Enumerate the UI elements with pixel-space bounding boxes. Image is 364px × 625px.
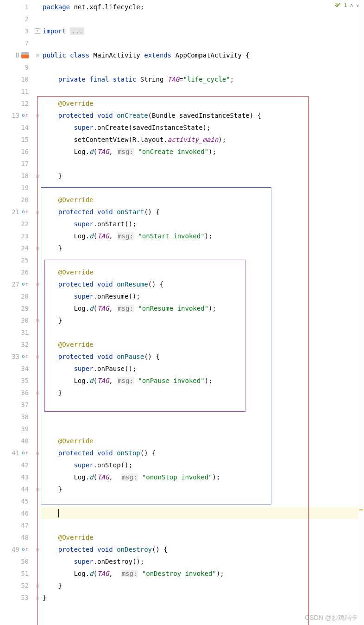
- code-line[interactable]: super.onStart();: [41, 218, 364, 230]
- code-line[interactable]: protected void onStop() {: [41, 447, 364, 459]
- line-number: 39: [19, 423, 29, 435]
- code-body[interactable]: package net.xqf.lifecycle; import ... pu…: [41, 0, 364, 625]
- code-line[interactable]: Log.d(TAG, msg: "onCreate invoked");: [41, 146, 364, 158]
- code-line[interactable]: }: [41, 387, 364, 399]
- line-number: 26: [19, 266, 29, 278]
- line-number: 46: [19, 507, 29, 519]
- line-number: 34: [19, 363, 29, 375]
- override-icon[interactable]: o↑: [21, 449, 29, 457]
- code-line[interactable]: [41, 326, 364, 338]
- line-number: 37: [19, 399, 29, 411]
- code-line[interactable]: @Override: [41, 97, 364, 109]
- code-editor[interactable]: 1 2 3 7 8 9 10 11 12 13o↑ 14 15 16 17 18…: [0, 0, 364, 625]
- override-icon[interactable]: o↑: [21, 112, 29, 119]
- code-line[interactable]: [41, 37, 364, 49]
- line-number: 51: [19, 568, 29, 580]
- code-line[interactable]: }: [41, 170, 364, 182]
- code-line[interactable]: super.onDestroy();: [41, 555, 364, 568]
- code-line[interactable]: [41, 423, 364, 435]
- code-line[interactable]: [41, 182, 364, 194]
- code-line[interactable]: [41, 85, 364, 97]
- code-line[interactable]: public class MainActivity extends AppCom…: [41, 49, 364, 61]
- line-number: 18: [19, 170, 29, 182]
- line-number: 20: [19, 194, 29, 206]
- code-line[interactable]: [41, 61, 364, 73]
- inlay-hint: msg:: [121, 473, 138, 481]
- line-number: 22: [19, 218, 29, 230]
- code-line[interactable]: @Override: [41, 531, 364, 543]
- override-icon[interactable]: o↑: [21, 353, 29, 360]
- code-line[interactable]: protected void onDestroy() {: [41, 543, 364, 555]
- code-line[interactable]: @Override: [41, 194, 364, 206]
- fold-toggle-icon[interactable]: ⊟: [36, 52, 39, 58]
- fold-expand-icon[interactable]: +: [35, 28, 40, 34]
- code-line[interactable]: [41, 399, 364, 411]
- code-line[interactable]: protected void onStart() {: [41, 206, 364, 218]
- code-line[interactable]: Log.d(TAG, msg: "onStart invoked");: [41, 230, 364, 242]
- line-number: 41: [9, 447, 19, 459]
- line-number: 11: [19, 85, 29, 97]
- inspection-indicator[interactable]: 1 ∧ ∨: [334, 2, 359, 8]
- watermark: CSDN @炒鸡玛卡: [305, 614, 358, 622]
- code-line[interactable]: import ...: [41, 25, 364, 37]
- code-line[interactable]: private final static String TAG="life_cy…: [41, 73, 364, 85]
- code-line[interactable]: protected void onResume() {: [41, 278, 364, 290]
- line-number: 29: [19, 302, 29, 314]
- line-number: 49: [9, 543, 19, 555]
- line-number: 28: [19, 290, 29, 302]
- line-number: 12: [19, 97, 29, 109]
- line-number: 17: [19, 158, 29, 170]
- code-line[interactable]: setContentView(R.layout.activity_main);: [41, 134, 364, 146]
- inlay-hint: msg:: [117, 377, 134, 384]
- code-line[interactable]: Log.d(TAG, msg: "onPause invoked");: [41, 375, 364, 387]
- code-line[interactable]: [41, 158, 364, 170]
- scrollbar[interactable]: [358, 0, 364, 625]
- current-line[interactable]: [41, 507, 364, 519]
- line-number: 10: [19, 73, 29, 85]
- line-number: 24: [19, 242, 29, 254]
- line-number: 31: [19, 326, 29, 338]
- fold-column: + ⊟ ⊟ ⊟ ⊟ ⊟ ⊟ ⊟ ⊟ ⊟ ⊟ ⊟ ⊟ ⊟ ⊟: [34, 0, 41, 625]
- line-number: 44: [19, 483, 29, 495]
- fold-placeholder[interactable]: ...: [70, 27, 84, 35]
- line-number: 48: [19, 531, 29, 543]
- code-line[interactable]: [41, 13, 364, 25]
- check-icon: [334, 2, 341, 8]
- line-number: 50: [19, 555, 29, 568]
- line-number: 40: [19, 435, 29, 447]
- code-line[interactable]: super.onCreate(savedInstanceState);: [41, 121, 364, 134]
- code-line[interactable]: }: [41, 592, 364, 604]
- inspection-count: 1: [344, 2, 347, 8]
- code-line[interactable]: super.onStop();: [41, 459, 364, 471]
- code-line[interactable]: Log.d(TAG, msg: "onDestroy invoked");: [41, 568, 364, 580]
- line-number: 38: [19, 411, 29, 423]
- code-line[interactable]: protected void onPause() {: [41, 351, 364, 363]
- code-line[interactable]: [41, 254, 364, 266]
- line-number: 32: [19, 338, 29, 351]
- line-number: 23: [19, 230, 29, 242]
- override-icon[interactable]: o↑: [21, 546, 29, 553]
- code-line[interactable]: }: [41, 242, 364, 254]
- line-number: 14: [19, 121, 29, 134]
- code-line[interactable]: @Override: [41, 266, 364, 278]
- code-line[interactable]: @Override: [41, 435, 364, 447]
- code-line[interactable]: [41, 411, 364, 423]
- code-line[interactable]: protected void onCreate(Bundle savedInst…: [41, 109, 364, 121]
- code-line[interactable]: [41, 519, 364, 531]
- line-number: 16: [19, 146, 29, 158]
- code-line[interactable]: @Override: [41, 338, 364, 351]
- code-line[interactable]: package net.xqf.lifecycle;: [41, 1, 364, 13]
- code-line[interactable]: Log.d(TAG, msg: "ononStop invoked");: [41, 471, 364, 483]
- code-line[interactable]: Log.d(TAG, msg: "onResume invoked");: [41, 302, 364, 314]
- line-number: 47: [19, 519, 29, 531]
- code-line[interactable]: }: [41, 483, 364, 495]
- chevron-up-icon[interactable]: ∧: [350, 2, 353, 8]
- override-icon[interactable]: o↑: [21, 281, 29, 288]
- code-line[interactable]: [41, 495, 364, 507]
- override-icon[interactable]: o↑: [21, 208, 29, 216]
- code-line[interactable]: }: [41, 580, 364, 592]
- code-line[interactable]: }: [41, 314, 364, 326]
- code-line[interactable]: super.onPause();: [41, 363, 364, 375]
- warning-marker-icon[interactable]: [359, 509, 363, 510]
- code-line[interactable]: super.onResume();: [41, 290, 364, 302]
